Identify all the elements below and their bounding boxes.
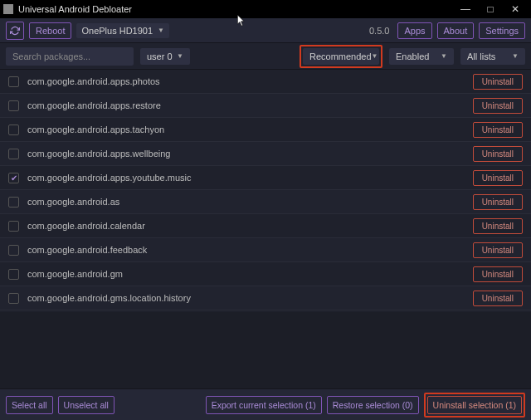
package-row[interactable]: com.google.android.gms.location.historyU… xyxy=(0,286,531,310)
package-checkbox[interactable] xyxy=(8,76,19,87)
package-row[interactable]: com.google.android.apps.tachyonUninstall xyxy=(0,118,531,142)
search-input[interactable] xyxy=(6,47,134,66)
close-button[interactable]: ✕ xyxy=(503,0,528,18)
chevron-down-icon: ▼ xyxy=(372,52,378,60)
package-row[interactable]: com.google.android.asUninstall xyxy=(0,190,531,214)
package-row[interactable]: com.google.android.calendarUninstall xyxy=(0,214,531,238)
lists-select[interactable]: All lists▼ xyxy=(460,48,525,65)
package-row[interactable]: com.google.android.feedbackUninstall xyxy=(0,238,531,262)
package-name: com.google.android.apps.wellbeing xyxy=(27,149,465,159)
chevron-down-icon: ▼ xyxy=(158,27,164,34)
package-name: com.google.android.gms.location.history xyxy=(27,293,465,303)
uninstall-button[interactable]: Uninstall xyxy=(473,218,523,234)
package-checkbox[interactable] xyxy=(8,125,19,135)
settings-button[interactable]: Settings xyxy=(479,22,525,39)
package-name: com.google.android.feedback xyxy=(27,245,465,255)
uninstall-button[interactable]: Uninstall xyxy=(473,170,523,186)
package-checkbox[interactable] xyxy=(8,293,19,304)
package-row[interactable]: com.google.android.gmUninstall xyxy=(0,262,531,286)
package-row[interactable]: com.google.android.apps.wellbeingUninsta… xyxy=(0,142,531,166)
package-checkbox[interactable] xyxy=(8,269,19,280)
package-name: com.google.android.calendar xyxy=(27,221,465,231)
package-name: com.google.android.apps.restore xyxy=(27,100,465,110)
filter-bar: user 0▼ Recommended▼ Enabled▼ All lists▼ xyxy=(0,43,531,70)
reboot-button[interactable]: Reboot xyxy=(29,22,71,39)
restore-selection-button[interactable]: Restore selection (0) xyxy=(327,396,419,414)
package-checkbox[interactable] xyxy=(8,100,19,111)
app-icon xyxy=(3,4,13,14)
uninstall-button[interactable]: Uninstall xyxy=(473,291,523,306)
package-checkbox[interactable] xyxy=(8,149,19,159)
version-label: 0.5.0 xyxy=(369,26,389,36)
highlight-recommended: Recommended▼ xyxy=(300,45,382,68)
package-row[interactable]: com.google.android.apps.photosUninstall xyxy=(0,70,531,94)
export-selection-button[interactable]: Export current selection (1) xyxy=(206,396,322,414)
minimize-button[interactable]: — xyxy=(453,0,478,18)
uninstall-button[interactable]: Uninstall xyxy=(473,194,523,210)
uninstall-button[interactable]: Uninstall xyxy=(473,122,523,138)
titlebar: Universal Android Debloater — □ ✕ xyxy=(0,0,531,18)
package-row[interactable]: com.google.android.apps.youtube.musicUni… xyxy=(0,166,531,190)
unselect-all-button[interactable]: Unselect all xyxy=(58,396,114,414)
chevron-down-icon: ▼ xyxy=(441,52,447,60)
package-name: com.google.android.apps.youtube.music xyxy=(27,173,465,183)
device-name: OnePlus HD1901 xyxy=(81,26,153,36)
chevron-down-icon: ▼ xyxy=(512,52,519,60)
window-title: Universal Android Debloater xyxy=(18,4,453,14)
uninstall-button[interactable]: Uninstall xyxy=(473,266,523,282)
uninstall-button[interactable]: Uninstall xyxy=(473,146,523,162)
footer-bar: Select all Unselect all Export current s… xyxy=(0,388,531,420)
package-checkbox[interactable] xyxy=(8,197,19,208)
maximize-button[interactable]: □ xyxy=(478,0,503,18)
refresh-icon xyxy=(10,26,20,36)
uninstall-button[interactable]: Uninstall xyxy=(473,242,523,258)
uninstall-button[interactable]: Uninstall xyxy=(473,98,523,114)
empty-area xyxy=(0,312,531,388)
package-checkbox[interactable] xyxy=(8,245,19,256)
device-select[interactable]: OnePlus HD1901 ▼ xyxy=(76,23,169,38)
package-row[interactable]: com.google.android.apps.restoreUninstall xyxy=(0,94,531,118)
uninstall-button[interactable]: Uninstall xyxy=(473,74,523,90)
toolbar: Reboot OnePlus HD1901 ▼ 0.5.0 Apps About… xyxy=(0,18,531,43)
package-name: com.google.android.gm xyxy=(27,269,465,279)
package-checkbox[interactable] xyxy=(8,173,19,183)
package-list: com.google.android.apps.photosUninstallc… xyxy=(0,70,531,312)
package-name: com.google.android.apps.photos xyxy=(27,76,465,86)
user-select[interactable]: user 0▼ xyxy=(140,48,190,65)
apps-button[interactable]: Apps xyxy=(397,22,431,39)
package-checkbox[interactable] xyxy=(8,221,19,232)
enabled-select[interactable]: Enabled▼ xyxy=(389,48,454,65)
select-all-button[interactable]: Select all xyxy=(6,396,53,414)
chevron-down-icon: ▼ xyxy=(177,52,183,60)
package-name: com.google.android.apps.tachyon xyxy=(27,125,465,134)
recommended-select[interactable]: Recommended▼ xyxy=(303,48,379,65)
package-name: com.google.android.as xyxy=(27,197,465,207)
refresh-button[interactable] xyxy=(6,22,24,40)
uninstall-selection-button[interactable]: Uninstall selection (1) xyxy=(427,396,522,414)
about-button[interactable]: About xyxy=(437,22,475,39)
highlight-uninstall: Uninstall selection (1) xyxy=(424,393,525,418)
